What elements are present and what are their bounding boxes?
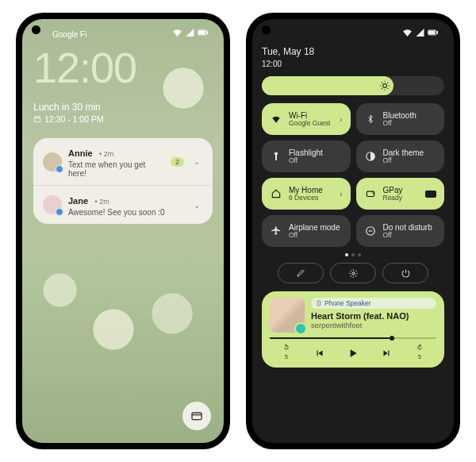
album-art (270, 298, 305, 333)
notification-item[interactable]: Annie • 2m Text me when you get here! 2 … (33, 138, 213, 186)
gear-icon (348, 268, 359, 279)
flashlight-icon (270, 151, 282, 162)
notif-sender: Jane (68, 196, 88, 206)
wifi-icon (402, 29, 413, 37)
rewind-button[interactable]: 5 (275, 344, 298, 363)
qs-page-indicator (262, 253, 444, 256)
bluetooth-icon (364, 114, 377, 125)
fast-forward-button[interactable]: 5 (409, 344, 431, 363)
front-camera (262, 25, 271, 34)
svg-rect-2 (198, 31, 205, 34)
svg-point-8 (382, 84, 386, 88)
qs-tile-home[interactable]: My Home6 Devices › (262, 178, 351, 210)
carrier-label: Google Fi (52, 30, 86, 39)
brightness-slider[interactable] (262, 76, 444, 95)
skip-next-icon (381, 348, 392, 359)
status-bar-icons (402, 29, 438, 37)
avatar (43, 195, 62, 214)
home-icon (270, 188, 282, 199)
notif-age: • 2m (95, 198, 109, 206)
phone-frame-lockscreen: Google Fi 12:00 Lunch in 30 min 12:30 - … (16, 13, 230, 449)
card-icon (425, 191, 436, 198)
dark-theme-icon (364, 151, 377, 162)
lock-clock: 12:00 (33, 46, 213, 89)
power-button[interactable] (382, 263, 428, 283)
power-icon (401, 268, 411, 279)
svg-rect-10 (367, 191, 374, 196)
wallet-icon (190, 410, 203, 422)
svg-rect-1 (207, 32, 208, 34)
svg-rect-6 (437, 32, 438, 34)
chevron-right-icon: › (340, 190, 342, 198)
svg-rect-7 (428, 31, 435, 34)
notif-age: • 2m (99, 150, 113, 158)
qs-tile-darktheme[interactable]: Dark themeOff (356, 141, 445, 172)
gpay-icon (364, 188, 377, 199)
play-button[interactable] (342, 344, 364, 363)
signal-icon (185, 29, 195, 37)
media-progress[interactable] (270, 337, 436, 339)
chevron-down-icon[interactable]: ⌄ (190, 156, 203, 168)
event-title: Lunch in 30 min (33, 102, 213, 113)
settings-button[interactable] (330, 263, 376, 283)
qs-tile-wifi[interactable]: Wi-FiGoogle Guest › (262, 103, 351, 135)
chevron-right-icon: › (340, 115, 342, 124)
app-badge-icon (56, 208, 63, 216)
phone-frame-quicksettings: Tue, May 18 12:00 Wi-FiGoogle Guest › Bl… (246, 13, 460, 449)
qs-date: Tue, May 18 (262, 46, 444, 57)
brightness-icon (379, 80, 390, 91)
lock-notifications: Annie • 2m Text me when you get here! 2 … (33, 138, 213, 224)
notif-body: Text me when you get here! (68, 160, 164, 178)
calendar-icon (33, 115, 41, 123)
battery-icon (428, 29, 438, 37)
notif-count-pill: 2 (171, 157, 184, 167)
media-player-card: Phone Speaker Heart Storm (feat. NAO) se… (262, 291, 444, 368)
qs-footer-actions (262, 263, 444, 283)
battery-icon (198, 29, 208, 37)
phone-icon (316, 300, 322, 306)
event-time: 12:30 - 1:00 PM (44, 114, 104, 124)
track-artist: serpentwithfeet (311, 321, 436, 329)
avatar (43, 152, 62, 171)
play-icon (347, 347, 359, 360)
lock-screen: Google Fi 12:00 Lunch in 30 min 12:30 - … (22, 19, 224, 443)
previous-button[interactable] (309, 344, 331, 363)
media-output-chip[interactable]: Phone Speaker (311, 298, 436, 309)
dnd-icon (364, 225, 377, 237)
edit-tiles-button[interactable] (278, 263, 324, 283)
signal-icon (415, 29, 425, 37)
track-title: Heart Storm (feat. NAO) (311, 311, 436, 321)
pencil-icon (296, 268, 305, 278)
skip-previous-icon (314, 348, 325, 359)
next-button[interactable] (375, 344, 397, 363)
wallet-button[interactable] (182, 402, 211, 430)
wifi-icon (172, 29, 182, 37)
qs-tile-gpay[interactable]: GPayReady (356, 178, 445, 210)
chevron-down-icon[interactable]: ⌄ (190, 198, 203, 211)
qs-tile-airplane[interactable]: Airplane modeOff (262, 215, 351, 247)
qs-tile-grid: Wi-FiGoogle Guest › BluetoothOff Flashli… (262, 103, 444, 247)
notif-sender: Annie (68, 148, 93, 158)
qs-clock: 12:00 (262, 60, 444, 68)
brightness-fill (262, 76, 393, 95)
app-badge-icon (56, 165, 63, 173)
wifi-icon (270, 114, 282, 125)
airplane-icon (270, 225, 282, 237)
svg-rect-3 (34, 117, 40, 122)
svg-rect-13 (317, 301, 320, 306)
qs-tile-flashlight[interactable]: FlashlightOff (262, 141, 351, 172)
qs-tile-bluetooth[interactable]: BluetoothOff (356, 103, 445, 135)
status-bar-icons (172, 29, 208, 37)
svg-rect-4 (192, 413, 202, 420)
qs-tile-dnd[interactable]: Do not disturbOff (356, 215, 445, 247)
svg-point-12 (351, 271, 354, 274)
lock-calendar-event: Lunch in 30 min 12:30 - 1:00 PM (33, 102, 213, 124)
notification-item[interactable]: Jane • 2m Awesome! See you soon :0 ⌄ (33, 186, 213, 224)
notif-body: Awesome! See you soon :0 (68, 208, 184, 217)
front-camera (32, 25, 40, 34)
quick-settings-panel: Tue, May 18 12:00 Wi-FiGoogle Guest › Bl… (252, 19, 454, 443)
